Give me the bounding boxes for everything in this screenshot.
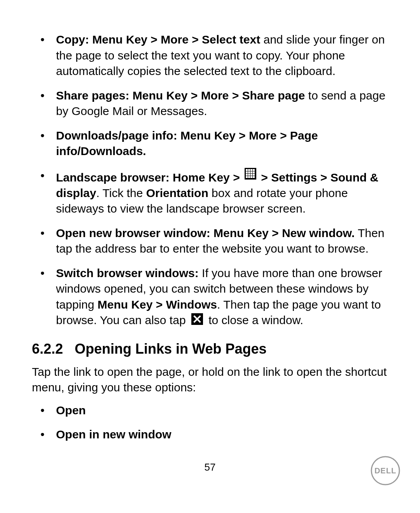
- option-open-new-window: Open in new window: [32, 427, 388, 443]
- svg-rect-9: [246, 174, 248, 176]
- bullet-share: Share pages: Menu Key > More > Share pag…: [32, 88, 388, 119]
- bullet-switch-text3: to close a window.: [205, 314, 303, 326]
- bullet-share-bold: Share pages: Menu Key > More > Share pag…: [56, 89, 305, 102]
- section-heading: 6.2.2 Opening Links in Web Pages: [32, 340, 388, 359]
- svg-rect-11: [250, 174, 252, 176]
- app-grid-icon: [245, 168, 256, 184]
- bullet-new-window: Open new browser window: Menu Key > New …: [32, 225, 388, 257]
- svg-rect-15: [250, 176, 252, 178]
- bullet-downloads-bold: Downloads/page info: Menu Key > More > P…: [56, 129, 318, 158]
- svg-rect-3: [250, 169, 252, 171]
- page-number: 57: [0, 461, 420, 474]
- bullet-landscape-text1: . Tick the: [96, 187, 146, 199]
- bullet-copy: Copy: Menu Key > More > Select text and …: [32, 32, 388, 79]
- svg-rect-8: [253, 171, 255, 173]
- document-page: Copy: Menu Key > More > Select text and …: [0, 0, 420, 513]
- browser-tips-list: Copy: Menu Key > More > Select text and …: [32, 32, 388, 329]
- svg-rect-6: [248, 171, 250, 173]
- svg-rect-16: [253, 176, 255, 178]
- svg-rect-14: [248, 176, 250, 178]
- svg-rect-4: [253, 169, 255, 171]
- section-number: 6.2.2: [32, 341, 63, 357]
- svg-rect-13: [246, 176, 248, 178]
- link-options-list: Open Open in new window: [32, 403, 388, 443]
- svg-rect-5: [246, 171, 248, 173]
- svg-rect-1: [246, 169, 248, 171]
- bullet-landscape-orientation: Orientation: [146, 187, 208, 199]
- bullet-downloads: Downloads/page info: Menu Key > More > P…: [32, 128, 388, 159]
- bullet-landscape: Landscape browser: Home Key > > Settings…: [32, 168, 388, 217]
- option-open: Open: [32, 403, 388, 419]
- dell-logo-text: DELL: [374, 466, 396, 475]
- section-title: Opening Links in Web Pages: [75, 341, 266, 357]
- bullet-landscape-bold-pre: Landscape browser: Home Key >: [56, 171, 243, 183]
- svg-rect-10: [248, 174, 250, 176]
- bullet-switch-bold2: Menu Key > Windows: [98, 298, 217, 311]
- svg-rect-7: [250, 171, 252, 173]
- close-window-icon: [191, 313, 203, 329]
- option-open-new-label: Open in new window: [56, 428, 172, 441]
- bullet-new-window-bold: Open new browser window: Menu Key > New …: [56, 227, 355, 239]
- section-intro: Tap the link to open the page, or hold o…: [32, 364, 388, 396]
- svg-rect-12: [253, 174, 255, 176]
- dell-logo: DELL: [370, 455, 401, 486]
- bullet-switch-windows: Switch browser windows: If you have more…: [32, 265, 388, 329]
- bullet-switch-bold1: Switch browser windows:: [56, 267, 199, 279]
- svg-rect-2: [248, 169, 250, 171]
- option-open-label: Open: [56, 404, 86, 417]
- bullet-copy-bold: Copy: Menu Key > More > Select text: [56, 33, 260, 46]
